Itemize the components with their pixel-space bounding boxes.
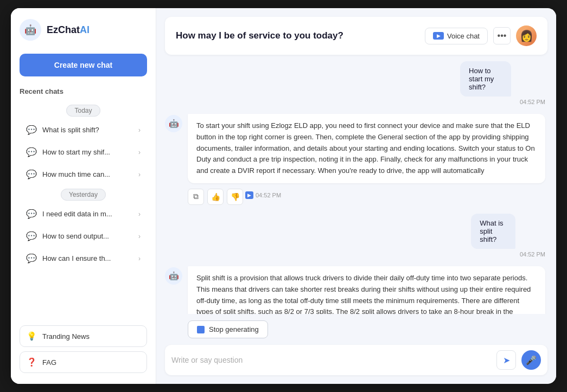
yesterday-divider: Yesterday — [20, 189, 147, 199]
ellipsis-icon: ••• — [498, 31, 507, 41]
user-bubble: How to start my shift? — [460, 61, 511, 97]
chat-header: How may I be of service to you today? ▶ … — [165, 17, 547, 55]
bot-message-row-2: 🤖 Split shift is a provision that allows… — [165, 266, 545, 314]
app-container: 🤖 EzChatAI Create new chat Recent chats … — [11, 8, 556, 384]
chat-icon: 💬 — [26, 231, 37, 241]
bot-avatar: 🤖 — [165, 115, 182, 132]
chevron-right-icon: › — [138, 149, 141, 156]
message-time: 04:52 PM — [471, 251, 545, 258]
chat-icon: 💬 — [26, 169, 37, 179]
chevron-right-icon: › — [138, 255, 141, 262]
mic-icon: 🎤 — [526, 355, 537, 365]
chat-item-label: What is split shift? — [42, 126, 133, 134]
message-time: 04:52 PM — [460, 99, 545, 105]
logo-area: 🤖 EzChatAI — [20, 19, 147, 41]
recent-chats-label: Recent chats — [20, 87, 147, 95]
sidebar-item-chat-2[interactable]: 💬 How to start my shif... › — [20, 142, 147, 163]
bulb-icon: 💡 — [27, 331, 37, 341]
chat-input[interactable] — [171, 356, 491, 364]
chat-icon: 💬 — [26, 147, 37, 157]
thumbs-down-button[interactable]: 👎 — [227, 189, 243, 205]
bot-content-2: Split shift is a provision that allows t… — [188, 266, 545, 314]
sidebar-bottom: 💡 Tranding News ❓ FAG — [20, 325, 147, 373]
chat-icon: 💬 — [26, 209, 37, 219]
user-message-row: What is split shift? 04:52 PM — [165, 214, 545, 258]
logo-icon: 🤖 — [20, 19, 41, 41]
trending-news-label: Tranding News — [42, 332, 90, 340]
more-options-button[interactable]: ••• — [493, 27, 511, 44]
sidebar-item-chat-4[interactable]: 💬 I need edit data in m... › — [20, 203, 147, 224]
sidebar-item-chat-6[interactable]: 💬 How can I ensure th... › — [20, 248, 147, 269]
faq-item[interactable]: ❓ FAG — [20, 351, 147, 373]
chat-item-label: I need edit data in m... — [42, 210, 133, 218]
send-icon: ➤ — [503, 355, 510, 365]
chat-icon: 💬 — [26, 253, 37, 264]
chevron-right-icon: › — [138, 126, 141, 134]
sidebar-item-chat-5[interactable]: 💬 How to send output... › — [20, 226, 147, 247]
voice-icon: ▶ — [433, 32, 444, 40]
copy-button[interactable]: ⧉ — [188, 189, 204, 205]
sidebar: 🤖 EzChatAI Create new chat Recent chats … — [11, 8, 156, 384]
chevron-right-icon: › — [138, 171, 141, 178]
send-button[interactable]: ➤ — [496, 350, 516, 370]
chat-item-label: How can I ensure th... — [42, 254, 133, 262]
chat-title: How may I be of service to you today? — [176, 30, 343, 41]
user-message-row: How to start my shift? 04:52 PM — [165, 61, 545, 105]
chat-item-label: How to send output... — [42, 232, 133, 240]
user-bubble: What is split shift? — [471, 214, 515, 249]
avatar: 👩 — [516, 25, 537, 46]
bot-time-row: ⧉ 👍 👎 ▶ 04:52 PM — [188, 185, 545, 205]
question-icon: ❓ — [27, 357, 37, 367]
bot-actions: ⧉ 👍 👎 — [188, 189, 243, 205]
create-new-chat-button[interactable]: Create new chat — [20, 54, 147, 76]
bot-message-time: 04:52 PM — [256, 192, 281, 198]
stop-icon — [197, 326, 205, 333]
header-right: ▶ Voice chat ••• 👩 — [425, 25, 537, 46]
microphone-button[interactable]: 🎤 — [521, 350, 541, 370]
input-area: ➤ 🎤 — [165, 345, 547, 375]
stop-generating-button[interactable]: Stop generating — [188, 320, 268, 338]
bot-message-row: 🤖 To start your shift using Ezlogz ELD a… — [165, 114, 545, 205]
messages-area: How to start my shift? 04:52 PM 🤖 To sta… — [165, 61, 547, 314]
sidebar-item-chat-1[interactable]: 💬 What is split shift? › — [20, 119, 147, 140]
stop-generating-row: Stop generating — [165, 320, 547, 338]
bot-content: To start your shift using Ezlogz ELD app… — [188, 114, 545, 205]
voice-time-icon: ▶ — [245, 191, 253, 199]
bot-bubble: To start your shift using Ezlogz ELD app… — [188, 114, 545, 183]
today-divider: Today — [20, 105, 147, 115]
trending-news-item[interactable]: 💡 Tranding News — [20, 325, 147, 347]
sidebar-item-chat-3[interactable]: 💬 How much time can... › — [20, 164, 147, 185]
bot-avatar-2: 🤖 — [165, 267, 182, 285]
chat-item-label: How much time can... — [42, 170, 133, 178]
chat-item-label: How to start my shif... — [42, 148, 133, 156]
chat-icon: 💬 — [26, 125, 37, 135]
thumbs-up-button[interactable]: 👍 — [207, 189, 224, 205]
bot-bubble-2: Split shift is a provision that allows t… — [188, 266, 545, 314]
faq-label: FAG — [42, 358, 56, 367]
logo-text: EzChatAI — [47, 24, 90, 36]
main-content: How may I be of service to you today? ▶ … — [156, 8, 556, 384]
voice-chat-button[interactable]: ▶ Voice chat — [425, 28, 488, 44]
chevron-right-icon: › — [138, 210, 141, 218]
chevron-right-icon: › — [138, 233, 141, 240]
